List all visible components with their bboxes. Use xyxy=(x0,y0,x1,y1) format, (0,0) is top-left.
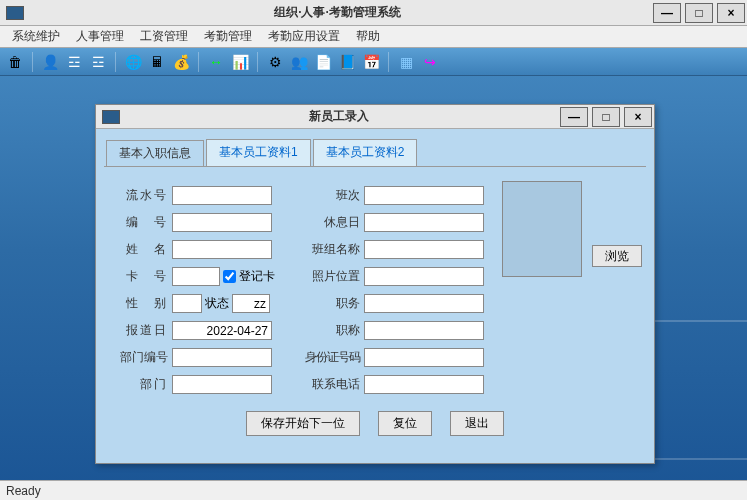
empno-label: 编 号 xyxy=(114,214,168,231)
duty-label: 职务 xyxy=(304,295,360,312)
child-titlebar: 新员工录入 — □ × xyxy=(96,105,654,129)
serial-label: 流水号 xyxy=(114,187,168,204)
trash-icon[interactable]: 🗑 xyxy=(6,53,24,71)
people-icon[interactable]: 👥 xyxy=(290,53,308,71)
reset-button[interactable]: 复位 xyxy=(378,411,432,436)
phone-input[interactable] xyxy=(364,375,484,394)
form-icon[interactable]: ▦ xyxy=(397,53,415,71)
child-app-icon xyxy=(102,110,120,124)
tabstrip: 基本入职信息 基本员工资料1 基本员工资料2 xyxy=(96,129,654,166)
menu-system[interactable]: 系统维护 xyxy=(4,26,68,47)
exit-button[interactable]: 退出 xyxy=(450,411,504,436)
rest-label: 休息日 xyxy=(304,214,360,231)
minimize-button[interactable]: — xyxy=(653,3,681,23)
menu-help[interactable]: 帮助 xyxy=(348,26,388,47)
exit-icon[interactable]: ↪ xyxy=(421,53,439,71)
duty-input[interactable] xyxy=(364,294,484,313)
tab-emp-info2[interactable]: 基本员工资料2 xyxy=(313,139,418,166)
idno-label: 身份证号码 xyxy=(304,349,360,366)
child-maximize-button[interactable]: □ xyxy=(592,107,620,127)
list2-icon[interactable]: ☲ xyxy=(89,53,107,71)
team-input[interactable] xyxy=(364,240,484,259)
menu-hr[interactable]: 人事管理 xyxy=(68,26,132,47)
deptno-label: 部门编号 xyxy=(114,349,168,366)
tab-content: 流水号 编 号 姓 名 卡 号登记卡 性 别状态 报道日 部门编号 部门 班次 … xyxy=(104,166,646,446)
register-card-checkbox[interactable] xyxy=(223,270,236,283)
title-input[interactable] xyxy=(364,321,484,340)
gear-icon[interactable]: ⚙ xyxy=(266,53,284,71)
shift-input[interactable] xyxy=(364,186,484,205)
team-label: 班组名称 xyxy=(304,241,360,258)
doc1-icon[interactable]: 📄 xyxy=(314,53,332,71)
register-card-label: 登记卡 xyxy=(239,268,275,285)
empno-input[interactable] xyxy=(172,213,272,232)
serial-input[interactable] xyxy=(172,186,272,205)
save-next-button[interactable]: 保存开始下一位 xyxy=(246,411,360,436)
child-title: 新员工录入 xyxy=(120,108,558,125)
rest-input[interactable] xyxy=(364,213,484,232)
main-titlebar: 组织·人事·考勤管理系统 — □ × xyxy=(0,0,747,26)
child-minimize-button[interactable]: — xyxy=(560,107,588,127)
photo-input[interactable] xyxy=(364,267,484,286)
calculator-icon[interactable]: 🖩 xyxy=(148,53,166,71)
form-left-column: 流水号 编 号 姓 名 卡 号登记卡 性 别状态 报道日 部门编号 部门 xyxy=(114,185,279,401)
doc2-icon[interactable]: 📘 xyxy=(338,53,356,71)
child-close-button[interactable]: × xyxy=(624,107,652,127)
idno-input[interactable] xyxy=(364,348,484,367)
name-label: 姓 名 xyxy=(114,241,168,258)
deptno-input[interactable] xyxy=(172,348,272,367)
menu-salary[interactable]: 工资管理 xyxy=(132,26,196,47)
button-row: 保存开始下一位 复位 退出 xyxy=(104,411,646,436)
gender-label: 性 别 xyxy=(114,295,168,312)
chart-icon[interactable]: 📊 xyxy=(231,53,249,71)
photo-box xyxy=(502,181,582,277)
dept-input[interactable] xyxy=(172,375,272,394)
dept-label: 部门 xyxy=(114,376,168,393)
window-controls: — □ × xyxy=(651,1,747,25)
form-right-column: 班次 休息日 班组名称 照片位置 职务 职称 身份证号码 联系电话 xyxy=(304,185,504,401)
tab-basic-entry[interactable]: 基本入职信息 xyxy=(106,140,204,167)
arrow-icon[interactable]: ↔ xyxy=(207,53,225,71)
statusbar: Ready xyxy=(0,480,747,500)
app-icon xyxy=(6,6,24,20)
photo-label: 照片位置 xyxy=(304,268,360,285)
calendar-icon[interactable]: 📅 xyxy=(362,53,380,71)
name-input[interactable] xyxy=(172,240,272,259)
card-input[interactable] xyxy=(172,267,220,286)
status-label: 状态 xyxy=(205,295,229,312)
gender-input[interactable] xyxy=(172,294,202,313)
tab-emp-info1[interactable]: 基本员工资料1 xyxy=(206,139,311,166)
menubar: 系统维护 人事管理 工资管理 考勤管理 考勤应用设置 帮助 xyxy=(0,26,747,48)
report-label: 报道日 xyxy=(114,322,168,339)
globe-icon[interactable]: 🌐 xyxy=(124,53,142,71)
person-icon[interactable]: 👤 xyxy=(41,53,59,71)
maximize-button[interactable]: □ xyxy=(685,3,713,23)
shift-label: 班次 xyxy=(304,187,360,204)
report-input[interactable] xyxy=(172,321,272,340)
money-icon[interactable]: 💰 xyxy=(172,53,190,71)
status-input[interactable] xyxy=(232,294,270,313)
card-label: 卡 号 xyxy=(114,268,168,285)
phone-label: 联系电话 xyxy=(304,376,360,393)
list1-icon[interactable]: ☲ xyxy=(65,53,83,71)
browse-button[interactable]: 浏览 xyxy=(592,245,642,267)
child-window: 新员工录入 — □ × 基本入职信息 基本员工资料1 基本员工资料2 流水号 编… xyxy=(95,104,655,464)
menu-app-settings[interactable]: 考勤应用设置 xyxy=(260,26,348,47)
close-button[interactable]: × xyxy=(717,3,745,23)
status-text: Ready xyxy=(6,484,41,498)
title-label: 职称 xyxy=(304,322,360,339)
menu-attendance[interactable]: 考勤管理 xyxy=(196,26,260,47)
toolbar: 🗑 👤 ☲ ☲ 🌐 🖩 💰 ↔ 📊 ⚙ 👥 📄 📘 📅 ▦ ↪ xyxy=(0,48,747,76)
main-title: 组织·人事·考勤管理系统 xyxy=(24,4,651,21)
